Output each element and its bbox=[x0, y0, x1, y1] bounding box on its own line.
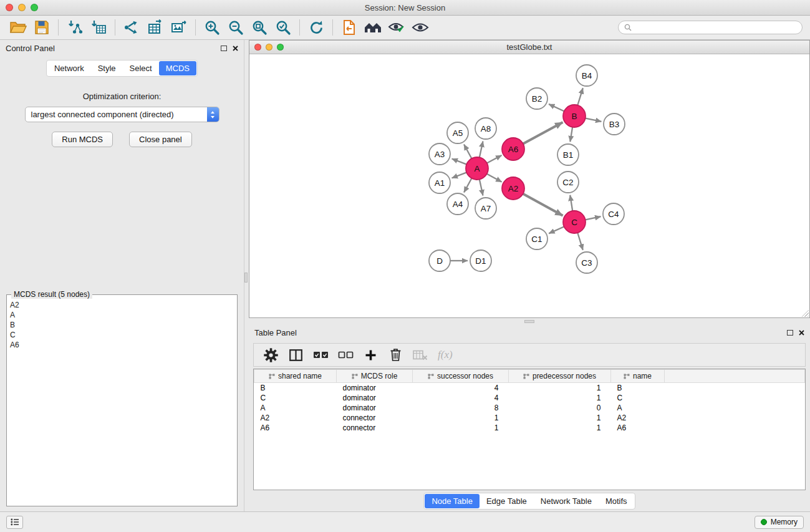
column-header-shared-name[interactable]: shared name bbox=[254, 370, 337, 383]
column-header-predecessor-nodes[interactable]: predecessor nodes bbox=[509, 370, 611, 383]
table-settings-button[interactable] bbox=[259, 346, 282, 364]
zoom-fit-button[interactable] bbox=[248, 17, 271, 37]
zoom-selected-button[interactable] bbox=[271, 17, 295, 37]
node-B2[interactable]: B2 bbox=[526, 88, 547, 109]
import-network-button[interactable] bbox=[63, 17, 87, 37]
edge-C-C2[interactable] bbox=[570, 195, 572, 211]
node-B4[interactable]: B4 bbox=[576, 65, 597, 86]
edge-A-A5[interactable] bbox=[464, 144, 472, 159]
minimize-traffic-light[interactable] bbox=[18, 4, 26, 11]
close-panel-button[interactable]: Close panel bbox=[129, 132, 192, 147]
hide-details-button[interactable] bbox=[408, 17, 432, 37]
table-row[interactable]: A2connector11A2 bbox=[254, 413, 805, 423]
minimize-traffic-light[interactable] bbox=[266, 44, 272, 51]
create-column-button[interactable] bbox=[359, 346, 382, 364]
table-tab-edge-table[interactable]: Edge Table bbox=[480, 494, 534, 508]
tab-network[interactable]: Network bbox=[47, 61, 91, 75]
node-A[interactable]: A bbox=[466, 157, 488, 180]
node-A5[interactable]: A5 bbox=[447, 122, 468, 143]
node-A6[interactable]: A6 bbox=[502, 138, 524, 160]
edge-B-B1[interactable] bbox=[570, 127, 572, 142]
export-image-button[interactable] bbox=[167, 17, 191, 37]
network-from-table-button[interactable] bbox=[143, 17, 167, 37]
horizontal-splitter-handle[interactable] bbox=[524, 320, 534, 323]
column-header-name[interactable]: name bbox=[611, 370, 665, 383]
tab-select[interactable]: Select bbox=[123, 61, 159, 75]
edge-A-A4[interactable] bbox=[464, 178, 472, 193]
node-D[interactable]: D bbox=[429, 250, 450, 271]
table-tab-motifs[interactable]: Motifs bbox=[599, 494, 634, 508]
column-header-successor-nodes[interactable]: successor nodes bbox=[413, 370, 509, 383]
table-row[interactable]: Bdominator41B bbox=[254, 383, 805, 394]
zoom-traffic-light[interactable] bbox=[277, 44, 284, 51]
table-tab-network-table[interactable]: Network Table bbox=[534, 494, 599, 508]
float-panel-icon[interactable] bbox=[787, 330, 793, 336]
tab-style[interactable]: Style bbox=[91, 61, 123, 75]
show-details-button[interactable] bbox=[385, 17, 408, 37]
node-A1[interactable]: A1 bbox=[429, 172, 450, 193]
vertical-splitter-handle[interactable] bbox=[244, 273, 248, 283]
edge-A-A1[interactable] bbox=[452, 172, 468, 178]
node-B3[interactable]: B3 bbox=[604, 114, 625, 135]
edge-C-C1[interactable] bbox=[549, 226, 564, 233]
select-all-button[interactable] bbox=[309, 346, 332, 364]
node-A3[interactable]: A3 bbox=[429, 143, 450, 165]
table-row[interactable]: Adominator80A bbox=[254, 403, 805, 413]
clone-network-button[interactable] bbox=[120, 17, 143, 37]
node-B1[interactable]: B1 bbox=[557, 144, 579, 165]
node-A2[interactable]: A2 bbox=[502, 177, 524, 200]
node-C2[interactable]: C2 bbox=[557, 172, 579, 193]
optimization-criterion-select[interactable]: largest connected component (directed) bbox=[25, 107, 219, 122]
tab-mcds[interactable]: MCDS bbox=[159, 61, 196, 75]
edge-C-C3[interactable] bbox=[577, 232, 583, 250]
zoom-in-button[interactable] bbox=[200, 17, 224, 37]
node-D1[interactable]: D1 bbox=[470, 250, 491, 271]
show-columns-button[interactable] bbox=[284, 346, 307, 364]
save-session-button[interactable] bbox=[30, 17, 54, 37]
node-B[interactable]: B bbox=[563, 105, 586, 127]
table-tab-node-table[interactable]: Node Table bbox=[425, 494, 480, 508]
close-panel-icon[interactable] bbox=[799, 330, 804, 336]
node-C3[interactable]: C3 bbox=[576, 252, 597, 273]
network-canvas[interactable]: B4B2BB3A8A5A6A3B1AC2A1A2A4A7C4CC1DD1C3 bbox=[249, 54, 809, 317]
edge-A-A3[interactable] bbox=[452, 159, 468, 165]
import-table-button[interactable] bbox=[87, 17, 110, 37]
node-C1[interactable]: C1 bbox=[526, 228, 547, 249]
float-panel-icon[interactable] bbox=[221, 46, 227, 51]
edge-C-C4[interactable] bbox=[585, 216, 601, 220]
close-traffic-light[interactable] bbox=[254, 44, 261, 51]
close-traffic-light[interactable] bbox=[6, 4, 13, 11]
table-row[interactable]: Cdominator41C bbox=[254, 393, 805, 403]
edge-B-B4[interactable] bbox=[577, 88, 583, 106]
node-A8[interactable]: A8 bbox=[475, 118, 496, 139]
edge-A6-B[interactable] bbox=[523, 122, 563, 144]
run-mcds-button[interactable]: Run MCDS bbox=[52, 132, 113, 147]
edge-A-A8[interactable] bbox=[480, 142, 483, 158]
memory-button[interactable]: Memory bbox=[755, 516, 804, 529]
edge-B-B2[interactable] bbox=[549, 104, 565, 112]
table-row[interactable]: A6connector11A6 bbox=[254, 423, 805, 433]
node-C4[interactable]: C4 bbox=[603, 203, 624, 225]
unselect-all-button[interactable] bbox=[334, 346, 357, 364]
column-header-MCDS-role[interactable]: MCDS role bbox=[337, 370, 413, 383]
open-recent-button[interactable] bbox=[337, 17, 361, 37]
edge-B-B3[interactable] bbox=[585, 118, 602, 121]
delete-column-button[interactable] bbox=[384, 346, 407, 364]
zoom-out-button[interactable] bbox=[224, 17, 248, 37]
close-panel-icon[interactable] bbox=[233, 46, 238, 51]
node-A7[interactable]: A7 bbox=[475, 198, 496, 219]
first-neighbors-button[interactable] bbox=[361, 17, 385, 37]
edge-A2-C[interactable] bbox=[523, 193, 563, 216]
resize-grip[interactable] bbox=[801, 309, 809, 317]
edge-A-A6[interactable] bbox=[486, 155, 501, 163]
network-graph[interactable]: B4B2BB3A8A5A6A3B1AC2A1A2A4A7C4CC1DD1C3 bbox=[249, 54, 805, 319]
function-builder-button[interactable]: f(x) bbox=[434, 346, 456, 364]
delete-table-button[interactable] bbox=[409, 346, 432, 364]
node-A4[interactable]: A4 bbox=[447, 193, 468, 215]
edge-A-A7[interactable] bbox=[480, 179, 483, 196]
search-input[interactable] bbox=[635, 23, 796, 32]
panel-list-button[interactable] bbox=[6, 516, 23, 529]
node-C[interactable]: C bbox=[563, 211, 586, 233]
zoom-traffic-light[interactable] bbox=[31, 4, 38, 11]
search-box[interactable] bbox=[618, 21, 803, 34]
